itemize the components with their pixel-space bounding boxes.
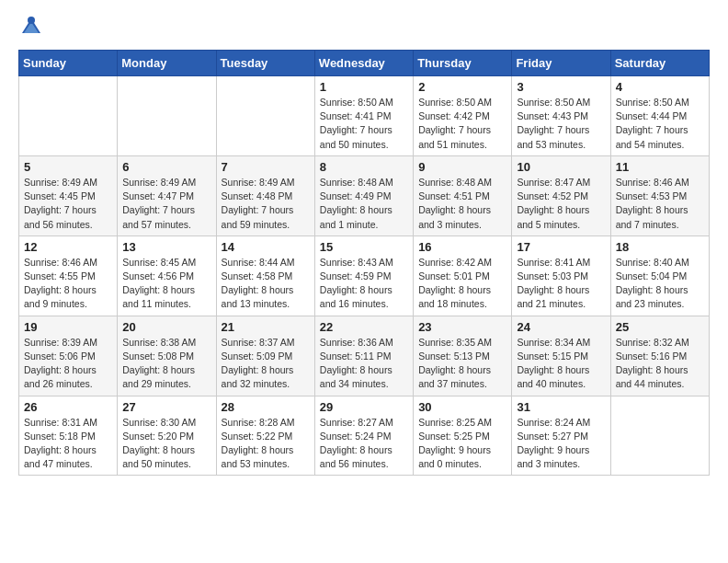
day-number: 7: [222, 160, 310, 174]
day-info: Sunrise: 8:42 AM Sunset: 5:01 PM Dayligh…: [418, 256, 506, 312]
day-cell: 3Sunrise: 8:50 AM Sunset: 4:43 PM Daylig…: [512, 76, 610, 156]
day-info: Sunrise: 8:25 AM Sunset: 5:25 PM Dayligh…: [418, 416, 506, 472]
week-row-2: 12Sunrise: 8:46 AM Sunset: 4:55 PM Dayli…: [19, 236, 710, 316]
day-number: 15: [320, 240, 408, 254]
day-cell: 13Sunrise: 8:45 AM Sunset: 4:56 PM Dayli…: [118, 236, 216, 316]
day-cell: 10Sunrise: 8:47 AM Sunset: 4:52 PM Dayli…: [512, 155, 610, 236]
day-cell: 29Sunrise: 8:27 AM Sunset: 5:24 PM Dayli…: [314, 396, 413, 476]
day-info: Sunrise: 8:31 AM Sunset: 5:18 PM Dayligh…: [24, 416, 112, 472]
day-info: Sunrise: 8:44 AM Sunset: 4:58 PM Dayligh…: [222, 256, 310, 312]
day-cell: 31Sunrise: 8:24 AM Sunset: 5:27 PM Dayli…: [512, 396, 610, 476]
day-info: Sunrise: 8:50 AM Sunset: 4:43 PM Dayligh…: [517, 96, 605, 152]
day-number: 21: [222, 320, 310, 334]
day-number: 18: [616, 240, 704, 254]
day-cell: 19Sunrise: 8:39 AM Sunset: 5:06 PM Dayli…: [19, 316, 118, 396]
day-info: Sunrise: 8:49 AM Sunset: 4:45 PM Dayligh…: [24, 176, 112, 232]
day-cell: 21Sunrise: 8:37 AM Sunset: 5:09 PM Dayli…: [216, 316, 314, 396]
day-info: Sunrise: 8:49 AM Sunset: 4:47 PM Dayligh…: [122, 176, 210, 232]
day-number: 1: [320, 80, 408, 94]
day-cell: 22Sunrise: 8:36 AM Sunset: 5:11 PM Dayli…: [314, 316, 413, 396]
day-info: Sunrise: 8:36 AM Sunset: 5:11 PM Dayligh…: [320, 336, 408, 392]
day-cell: 20Sunrise: 8:38 AM Sunset: 5:08 PM Dayli…: [118, 316, 216, 396]
day-number: 6: [122, 160, 210, 174]
day-number: 5: [24, 160, 112, 174]
day-info: Sunrise: 8:49 AM Sunset: 4:48 PM Dayligh…: [222, 176, 310, 232]
day-cell: 15Sunrise: 8:43 AM Sunset: 4:59 PM Dayli…: [314, 236, 413, 316]
day-number: 28: [222, 400, 310, 414]
day-info: Sunrise: 8:32 AM Sunset: 5:16 PM Dayligh…: [616, 336, 704, 392]
header: [18, 15, 710, 40]
day-cell: 16Sunrise: 8:42 AM Sunset: 5:01 PM Dayli…: [414, 236, 512, 316]
day-cell: 28Sunrise: 8:28 AM Sunset: 5:22 PM Dayli…: [216, 396, 314, 476]
week-row-3: 19Sunrise: 8:39 AM Sunset: 5:06 PM Dayli…: [19, 316, 710, 396]
day-number: 23: [418, 320, 506, 334]
day-cell: 14Sunrise: 8:44 AM Sunset: 4:58 PM Dayli…: [216, 236, 314, 316]
day-number: 12: [24, 240, 112, 254]
weekday-header-tuesday: Tuesday: [216, 51, 314, 76]
day-cell: 7Sunrise: 8:49 AM Sunset: 4:48 PM Daylig…: [216, 155, 314, 236]
day-info: Sunrise: 8:27 AM Sunset: 5:24 PM Dayligh…: [320, 416, 408, 472]
day-info: Sunrise: 8:39 AM Sunset: 5:06 PM Dayligh…: [24, 336, 112, 392]
weekday-header-row: SundayMondayTuesdayWednesdayThursdayFrid…: [19, 51, 710, 76]
day-cell: 6Sunrise: 8:49 AM Sunset: 4:47 PM Daylig…: [118, 155, 216, 236]
day-number: 11: [616, 160, 704, 174]
day-info: Sunrise: 8:48 AM Sunset: 4:49 PM Dayligh…: [320, 176, 408, 232]
day-cell: 8Sunrise: 8:48 AM Sunset: 4:49 PM Daylig…: [314, 155, 413, 236]
day-info: Sunrise: 8:47 AM Sunset: 4:52 PM Dayligh…: [517, 176, 605, 232]
day-info: Sunrise: 8:35 AM Sunset: 5:13 PM Dayligh…: [418, 336, 506, 392]
day-cell: 23Sunrise: 8:35 AM Sunset: 5:13 PM Dayli…: [414, 316, 512, 396]
weekday-header-friday: Friday: [512, 51, 610, 76]
day-number: 17: [517, 240, 605, 254]
day-number: 14: [222, 240, 310, 254]
day-cell: 18Sunrise: 8:40 AM Sunset: 5:04 PM Dayli…: [610, 236, 709, 316]
day-number: 3: [517, 80, 605, 94]
day-cell: 25Sunrise: 8:32 AM Sunset: 5:16 PM Dayli…: [610, 316, 709, 396]
day-info: Sunrise: 8:50 AM Sunset: 4:41 PM Dayligh…: [320, 96, 408, 152]
day-number: 10: [517, 160, 605, 174]
day-info: Sunrise: 8:24 AM Sunset: 5:27 PM Dayligh…: [517, 416, 605, 472]
day-info: Sunrise: 8:37 AM Sunset: 5:09 PM Dayligh…: [222, 336, 310, 392]
weekday-header-thursday: Thursday: [414, 51, 512, 76]
day-cell: 26Sunrise: 8:31 AM Sunset: 5:18 PM Dayli…: [19, 396, 118, 476]
day-number: 19: [24, 320, 112, 334]
day-cell: 24Sunrise: 8:34 AM Sunset: 5:15 PM Dayli…: [512, 316, 610, 396]
day-number: 2: [418, 80, 506, 94]
day-info: Sunrise: 8:38 AM Sunset: 5:08 PM Dayligh…: [122, 336, 210, 392]
day-cell: [118, 76, 216, 156]
week-row-4: 26Sunrise: 8:31 AM Sunset: 5:18 PM Dayli…: [19, 396, 710, 476]
day-info: Sunrise: 8:41 AM Sunset: 5:03 PM Dayligh…: [517, 256, 605, 312]
day-info: Sunrise: 8:40 AM Sunset: 5:04 PM Dayligh…: [616, 256, 704, 312]
day-number: 29: [320, 400, 408, 414]
day-number: 22: [320, 320, 408, 334]
day-number: 16: [418, 240, 506, 254]
day-info: Sunrise: 8:46 AM Sunset: 4:55 PM Dayligh…: [24, 256, 112, 312]
weekday-header-monday: Monday: [118, 51, 216, 76]
day-info: Sunrise: 8:43 AM Sunset: 4:59 PM Dayligh…: [320, 256, 408, 312]
day-number: 26: [24, 400, 112, 414]
day-info: Sunrise: 8:48 AM Sunset: 4:51 PM Dayligh…: [418, 176, 506, 232]
svg-point-3: [28, 17, 35, 24]
day-cell: 30Sunrise: 8:25 AM Sunset: 5:25 PM Dayli…: [414, 396, 512, 476]
week-row-1: 5Sunrise: 8:49 AM Sunset: 4:45 PM Daylig…: [19, 155, 710, 236]
weekday-header-sunday: Sunday: [19, 51, 118, 76]
calendar-table: SundayMondayTuesdayWednesdayThursdayFrid…: [18, 50, 710, 476]
day-cell: [610, 396, 709, 476]
day-info: Sunrise: 8:50 AM Sunset: 4:44 PM Dayligh…: [616, 96, 704, 152]
day-cell: [19, 76, 118, 156]
day-cell: 11Sunrise: 8:46 AM Sunset: 4:53 PM Dayli…: [610, 155, 709, 236]
week-row-0: 1Sunrise: 8:50 AM Sunset: 4:41 PM Daylig…: [19, 76, 710, 156]
logo: [18, 15, 48, 40]
day-number: 30: [418, 400, 506, 414]
day-cell: 2Sunrise: 8:50 AM Sunset: 4:42 PM Daylig…: [414, 76, 512, 156]
day-info: Sunrise: 8:30 AM Sunset: 5:20 PM Dayligh…: [122, 416, 210, 472]
day-number: 31: [517, 400, 605, 414]
day-number: 8: [320, 160, 408, 174]
day-cell: 5Sunrise: 8:49 AM Sunset: 4:45 PM Daylig…: [19, 155, 118, 236]
day-cell: 12Sunrise: 8:46 AM Sunset: 4:55 PM Dayli…: [19, 236, 118, 316]
day-number: 25: [616, 320, 704, 334]
day-info: Sunrise: 8:34 AM Sunset: 5:15 PM Dayligh…: [517, 336, 605, 392]
day-cell: 4Sunrise: 8:50 AM Sunset: 4:44 PM Daylig…: [610, 76, 709, 156]
day-info: Sunrise: 8:45 AM Sunset: 4:56 PM Dayligh…: [122, 256, 210, 312]
day-cell: 9Sunrise: 8:48 AM Sunset: 4:51 PM Daylig…: [414, 155, 512, 236]
day-number: 13: [122, 240, 210, 254]
